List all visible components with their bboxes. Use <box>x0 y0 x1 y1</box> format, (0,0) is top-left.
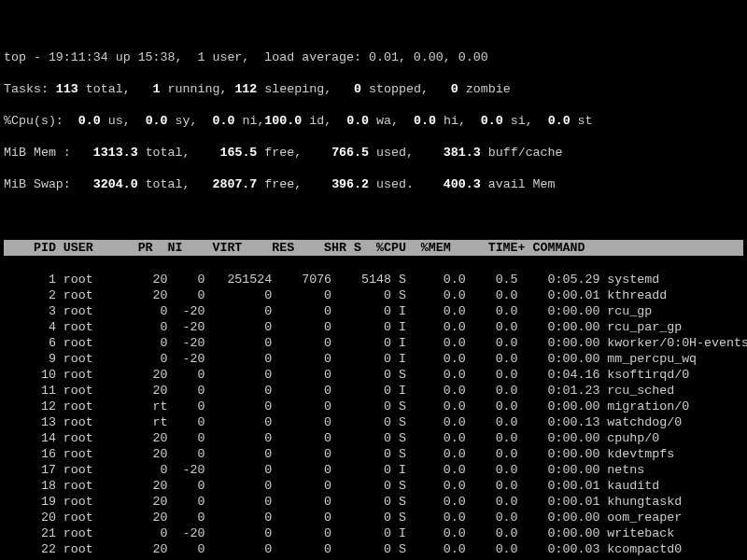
table-row[interactable]: 3 root 0 -20 0 0 0 I 0.0 0.0 0:00.00 rcu… <box>4 303 743 319</box>
table-row[interactable]: 18 root 20 0 0 0 0 S 0.0 0.0 0:00.01 kau… <box>4 478 743 494</box>
table-row[interactable]: 17 root 0 -20 0 0 0 I 0.0 0.0 0:00.00 ne… <box>4 462 743 478</box>
table-row[interactable]: 10 root 20 0 0 0 0 S 0.0 0.0 0:04.16 kso… <box>4 367 743 383</box>
blank-line <box>4 208 743 224</box>
table-row[interactable]: 19 root 20 0 0 0 0 S 0.0 0.0 0:00.01 khu… <box>4 494 743 510</box>
table-row[interactable]: 4 root 0 -20 0 0 0 I 0.0 0.0 0:00.00 rcu… <box>4 319 743 335</box>
summary-line-cpu: %Cpu(s): 0.0 us, 0.0 sy, 0.0 ni,100.0 id… <box>4 113 743 129</box>
table-row[interactable]: 2 root 20 0 0 0 0 S 0.0 0.0 0:00.01 kthr… <box>4 287 743 303</box>
summary-line-mem: MiB Mem : 1313.3 total, 165.5 free, 766.… <box>4 145 743 161</box>
summary-line-tasks: Tasks: 113 total, 1 running, 112 sleepin… <box>4 81 743 97</box>
table-row[interactable]: 21 root 0 -20 0 0 0 I 0.0 0.0 0:00.00 wr… <box>4 525 743 541</box>
process-list[interactable]: 1 root 20 0 251524 7076 5148 S 0.0 0.5 0… <box>4 272 743 560</box>
summary-line-swap: MiB Swap: 3204.0 total, 2807.7 free, 396… <box>4 176 743 192</box>
table-row[interactable]: 14 root 20 0 0 0 0 S 0.0 0.0 0:00.00 cpu… <box>4 430 743 446</box>
table-row[interactable]: 12 root rt 0 0 0 0 S 0.0 0.0 0:00.00 mig… <box>4 399 743 414</box>
summary-line-1: top - 19:11:34 up 15:38, 1 user, load av… <box>4 49 743 65</box>
table-row[interactable]: 16 root 20 0 0 0 0 S 0.0 0.0 0:00.00 kde… <box>4 446 743 462</box>
table-row[interactable]: 1 root 20 0 251524 7076 5148 S 0.0 0.5 0… <box>4 272 743 287</box>
table-row[interactable]: 9 root 0 -20 0 0 0 I 0.0 0.0 0:00.00 mm_… <box>4 351 743 367</box>
table-row[interactable]: 6 root 0 -20 0 0 0 I 0.0 0.0 0:00.00 kwo… <box>4 335 743 351</box>
column-header[interactable]: PID USER PR NI VIRT RES SHR S %CPU %MEM … <box>4 240 743 256</box>
table-row[interactable]: 13 root rt 0 0 0 0 S 0.0 0.0 0:00.13 wat… <box>4 414 743 430</box>
top-terminal[interactable]: top - 19:11:34 up 15:38, 1 user, load av… <box>0 16 747 560</box>
table-row[interactable]: 11 root 20 0 0 0 0 I 0.0 0.0 0:01.23 rcu… <box>4 383 743 399</box>
table-row[interactable]: 22 root 20 0 0 0 0 S 0.0 0.0 0:00.03 kco… <box>4 541 743 557</box>
table-row[interactable]: 20 root 20 0 0 0 0 S 0.0 0.0 0:00.00 oom… <box>4 510 743 525</box>
